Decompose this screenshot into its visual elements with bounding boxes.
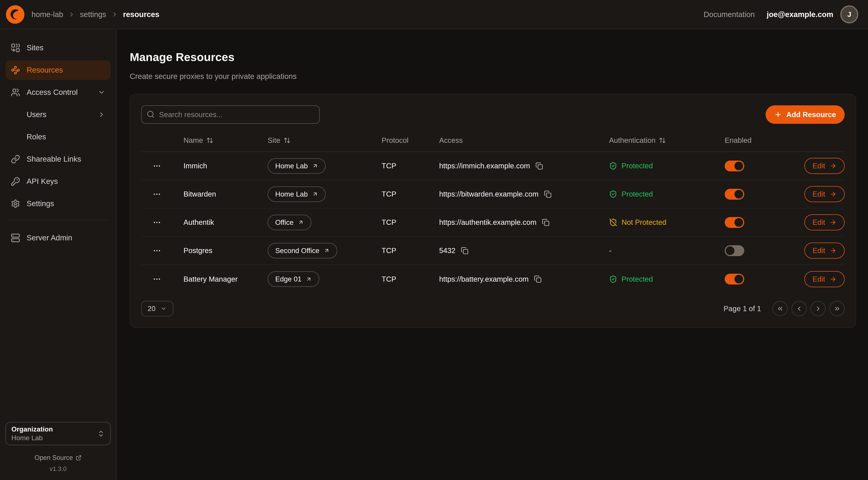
column-label: Site xyxy=(268,136,280,145)
breadcrumb-resources[interactable]: resources xyxy=(123,10,159,19)
copy-button[interactable] xyxy=(544,190,552,198)
access-url: 5432 xyxy=(439,246,456,255)
breadcrumb-settings[interactable]: settings xyxy=(80,10,106,19)
copy-button[interactable] xyxy=(461,247,468,254)
auth-label: Protected xyxy=(622,190,653,199)
site-name: Home Lab xyxy=(275,190,308,198)
sidebar-item-label: Users xyxy=(27,110,46,119)
access-url: https://battery.example.com xyxy=(439,275,529,283)
sidebar-item-users[interactable]: Users xyxy=(5,105,111,124)
sidebar-item-label: Resources xyxy=(27,66,63,74)
sidebar-item-label: Shareable Links xyxy=(27,155,81,163)
chevrons-up-down-icon xyxy=(97,430,105,438)
avatar[interactable]: J xyxy=(840,5,858,23)
copy-icon xyxy=(534,275,541,283)
breadcrumb-home-lab[interactable]: home-lab xyxy=(31,10,63,19)
toggle-knob xyxy=(735,190,743,199)
chevron-down-icon xyxy=(98,89,105,96)
column-name[interactable]: Name xyxy=(173,136,262,145)
toggle-knob xyxy=(735,275,743,283)
prev-page-button[interactable] xyxy=(792,301,807,316)
chevron-right-icon xyxy=(98,111,105,118)
chevron-left-icon xyxy=(796,305,803,312)
sidebar-item-roles[interactable]: Roles xyxy=(5,127,111,147)
copy-button[interactable] xyxy=(542,219,550,226)
shield-off-icon xyxy=(609,218,617,227)
chevron-down-icon xyxy=(160,305,167,312)
site-link-badge[interactable]: Second Office xyxy=(268,243,337,259)
shield-check-icon xyxy=(609,275,617,283)
open-source-link[interactable]: Open Source xyxy=(5,454,111,461)
site-link-badge[interactable]: Edge 01 xyxy=(268,271,319,287)
sidebar-item-label: API Keys xyxy=(27,177,58,186)
protocol-value: TCP xyxy=(368,161,426,170)
row-actions-button[interactable] xyxy=(149,271,164,287)
sidebar-item-api-keys[interactable]: API Keys xyxy=(5,172,111,191)
sidebar-item-resources[interactable]: Resources xyxy=(5,60,111,80)
chevron-right-icon xyxy=(68,11,75,18)
arrow-right-icon xyxy=(830,219,837,226)
add-resource-button[interactable]: Add Resource xyxy=(766,106,845,124)
last-page-button[interactable] xyxy=(830,301,845,316)
version-label: v1.3.0 xyxy=(5,466,111,472)
documentation-link[interactable]: Documentation xyxy=(704,10,755,19)
copy-button[interactable] xyxy=(535,162,543,170)
sidebar-item-settings[interactable]: Settings xyxy=(5,194,111,213)
site-link-badge[interactable]: Home Lab xyxy=(268,186,326,202)
search-wrap xyxy=(141,106,320,124)
column-site[interactable]: Site xyxy=(262,136,368,145)
auth-status: Protected xyxy=(609,275,653,283)
ellipsis-icon xyxy=(153,218,161,227)
enabled-toggle[interactable] xyxy=(725,160,744,171)
sidebar-item-access-control[interactable]: Access Control xyxy=(5,83,111,102)
auth-label: Protected xyxy=(622,161,653,170)
enabled-toggle[interactable] xyxy=(725,274,744,284)
waypoints-icon xyxy=(11,65,20,75)
external-link-icon xyxy=(75,455,82,461)
page-size-select[interactable]: 20 xyxy=(141,301,173,317)
edit-button[interactable]: Edit xyxy=(804,271,845,287)
edit-button[interactable]: Edit xyxy=(804,243,845,259)
auth-status: Protected xyxy=(609,161,653,170)
resource-name: Bitwarden xyxy=(173,190,262,199)
sort-icon xyxy=(283,137,290,144)
edit-label: Edit xyxy=(812,246,825,255)
pangolin-logo-icon[interactable] xyxy=(5,5,25,24)
sidebar-item-shareable-links[interactable]: Shareable Links xyxy=(5,149,111,169)
column-authentication[interactable]: Authentication xyxy=(599,136,711,145)
sidebar-nav: Sites Resources Access Control xyxy=(0,29,116,248)
arrow-up-right-icon xyxy=(324,248,330,253)
organization-selector[interactable]: Organization Home Lab xyxy=(5,422,111,445)
first-page-button[interactable] xyxy=(772,301,788,316)
search-input[interactable] xyxy=(141,106,320,124)
page-size-value: 20 xyxy=(148,305,155,312)
arrow-right-icon xyxy=(830,162,837,170)
enabled-toggle[interactable] xyxy=(725,189,744,200)
chevrons-right-icon xyxy=(834,305,841,312)
row-actions-button[interactable] xyxy=(149,243,164,258)
table-header: Name Site Protocol Access xyxy=(141,129,845,152)
site-link-badge[interactable]: Home Lab xyxy=(268,158,326,174)
edit-button[interactable]: Edit xyxy=(804,214,845,231)
row-actions-button[interactable] xyxy=(149,215,164,230)
next-page-button[interactable] xyxy=(810,301,826,316)
user-email[interactable]: joe@example.com xyxy=(767,10,833,19)
protocol-value: TCP xyxy=(368,275,426,283)
edit-button[interactable]: Edit xyxy=(804,158,845,174)
sidebar-item-sites[interactable]: Sites xyxy=(5,38,111,58)
edit-button[interactable]: Edit xyxy=(804,186,845,202)
sort-icon xyxy=(659,137,666,144)
enabled-toggle[interactable] xyxy=(725,245,744,256)
organization-value: Home Lab xyxy=(11,434,97,442)
row-actions-button[interactable] xyxy=(149,187,164,202)
site-name: Second Office xyxy=(275,247,319,254)
protocol-value: TCP xyxy=(368,246,426,255)
copy-icon xyxy=(461,247,468,254)
sidebar-item-server-admin[interactable]: Server Admin xyxy=(5,228,111,248)
table-toolbar: Add Resource xyxy=(141,106,845,124)
copy-button[interactable] xyxy=(534,275,541,283)
link-icon xyxy=(11,155,20,164)
site-link-badge[interactable]: Office xyxy=(268,215,311,230)
enabled-toggle[interactable] xyxy=(725,217,744,228)
row-actions-button[interactable] xyxy=(149,158,164,174)
